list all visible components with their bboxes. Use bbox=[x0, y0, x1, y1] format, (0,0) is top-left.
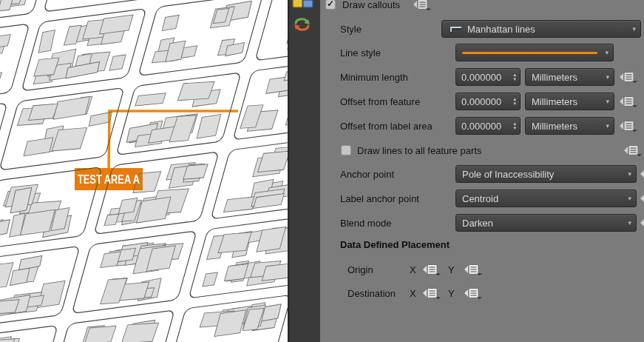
spinner-arrows[interactable]: ▴ ▾ bbox=[511, 73, 518, 81]
anchor-point-value: Pole of Inaccessibility bbox=[462, 169, 554, 180]
unit-value: Millimeters bbox=[532, 72, 577, 83]
data-defined-placement-header-row: Data Defined Placement bbox=[320, 235, 644, 254]
blend-mode-row: Blend mode Darken ▾ bbox=[320, 213, 644, 232]
draw-lines-all-parts-checkbox[interactable] bbox=[341, 145, 351, 155]
offset-from-feature-unit-combobox[interactable]: Millimeters ▾ bbox=[525, 93, 614, 110]
label-anchor-point-label: Label anchor point bbox=[340, 193, 419, 204]
callouts-tab-icon[interactable] bbox=[292, 0, 314, 10]
data-defined-override-button[interactable] bbox=[413, 0, 432, 10]
offset-from-feature-spinbox[interactable]: 0.000000 ▴ ▾ bbox=[455, 93, 521, 110]
draw-lines-all-parts-label: Draw lines to all feature parts bbox=[357, 145, 481, 156]
blend-mode-label: Blend mode bbox=[340, 218, 391, 229]
vertical-tab-strip bbox=[288, 0, 320, 342]
destination-row: Destination X Y bbox=[320, 284, 644, 303]
destination-x-data-defined-button[interactable] bbox=[422, 287, 441, 299]
manhattan-line-icon bbox=[448, 24, 463, 35]
data-defined-override-button[interactable] bbox=[640, 192, 644, 204]
map-canvas[interactable]: TEST AREA A bbox=[0, 0, 288, 342]
minimum-length-label: Minimum length bbox=[340, 72, 408, 83]
minimum-length-unit-combobox[interactable]: Millimeters ▾ bbox=[525, 68, 614, 86]
label-anchor-point-value: Centroid bbox=[462, 193, 498, 204]
chevron-down-icon: ▾ bbox=[600, 50, 609, 56]
offset-from-label-area-spinbox[interactable]: 0.000000 ▴ ▾ bbox=[455, 117, 521, 135]
chevron-down-icon: ▾ bbox=[623, 195, 631, 202]
data-defined-override-button[interactable] bbox=[623, 144, 643, 156]
data-defined-override-button[interactable] bbox=[619, 95, 638, 107]
origin-y-data-defined-button[interactable] bbox=[464, 264, 483, 275]
spin-down-icon[interactable]: ▾ bbox=[513, 77, 516, 81]
offset-from-label-area-label: Offset from label area bbox=[340, 121, 433, 132]
data-defined-override-button[interactable] bbox=[619, 71, 638, 83]
origin-x-data-defined-button[interactable] bbox=[422, 264, 441, 275]
checkmark-icon: ✓ bbox=[327, 0, 334, 8]
unit-value: Millimeters bbox=[532, 96, 577, 107]
minimum-length-row: Minimum length 0.000000 ▴ ▾ Millimeters … bbox=[320, 67, 644, 87]
blend-mode-value: Darken bbox=[462, 218, 493, 229]
style-value: Manhattan lines bbox=[467, 24, 535, 35]
origin-y-label: Y bbox=[448, 264, 455, 275]
origin-label: Origin bbox=[348, 264, 373, 275]
offset-from-feature-value: 0.000000 bbox=[461, 96, 501, 107]
anchor-point-label: Anchor point bbox=[340, 169, 394, 180]
data-defined-placement-header: Data Defined Placement bbox=[340, 239, 450, 250]
draw-callouts-checkbox[interactable]: ✓ bbox=[325, 0, 336, 10]
offset-from-label-area-row: Offset from label area 0.000000 ▴ ▾ Mill… bbox=[320, 116, 644, 135]
building bbox=[177, 81, 214, 101]
spinner-arrows[interactable]: ▴ ▾ bbox=[511, 97, 518, 106]
line-style-combobox[interactable]: ▾ bbox=[455, 44, 614, 61]
draw-callouts-row: ✓ Draw callouts bbox=[320, 0, 644, 14]
destination-y-label: Y bbox=[448, 288, 455, 299]
destination-label: Destination bbox=[348, 288, 396, 299]
qgis-callouts-settings-window: TEST AREA A ✓ Draw callouts bbox=[0, 0, 644, 342]
chevron-down-icon: ▾ bbox=[601, 123, 609, 130]
style-row: Style Manhattan lines ▾ bbox=[320, 19, 644, 38]
line-style-swatch bbox=[462, 52, 597, 54]
chevron-down-icon: ▾ bbox=[623, 220, 631, 227]
offset-from-feature-label: Offset from feature bbox=[340, 96, 420, 107]
label-anchor-point-row: Label anchor point Centroid ▾ bbox=[320, 189, 644, 208]
destination-y-data-defined-button[interactable] bbox=[464, 287, 483, 299]
label-anchor-point-combobox[interactable]: Centroid ▾ bbox=[455, 190, 637, 207]
data-defined-override-button[interactable] bbox=[640, 168, 644, 180]
draw-callouts-label: Draw callouts bbox=[342, 0, 400, 10]
building bbox=[28, 104, 58, 120]
unit-value: Millimeters bbox=[532, 121, 577, 132]
offset-from-label-area-value: 0.000000 bbox=[461, 121, 501, 132]
anchor-point-row: Anchor point Pole of Inaccessibility ▾ bbox=[320, 164, 644, 184]
iterate-arrows-icon[interactable] bbox=[292, 15, 313, 34]
draw-lines-all-parts-row: Draw lines to all feature parts bbox=[320, 141, 644, 160]
spin-down-icon[interactable]: ▾ bbox=[513, 101, 516, 106]
anchor-point-combobox[interactable]: Pole of Inaccessibility ▾ bbox=[455, 165, 637, 183]
line-style-row: Line style ▾ bbox=[320, 43, 644, 62]
map-label: TEST AREA A bbox=[78, 172, 140, 187]
spinner-arrows[interactable]: ▴ ▾ bbox=[511, 121, 518, 130]
minimum-length-spinbox[interactable]: 0.000000 ▴ ▾ bbox=[455, 68, 521, 86]
minimum-length-value: 0.000000 bbox=[461, 72, 501, 83]
origin-x-label: X bbox=[410, 264, 416, 275]
chevron-down-icon: ▾ bbox=[601, 74, 609, 81]
origin-row: Origin X Y bbox=[320, 260, 644, 279]
line-style-label: Line style bbox=[340, 47, 381, 58]
style-combobox[interactable]: Manhattan lines ▾ bbox=[441, 20, 641, 38]
chevron-down-icon: ▾ bbox=[601, 98, 609, 105]
data-defined-override-button[interactable] bbox=[640, 217, 644, 229]
destination-x-label: X bbox=[410, 288, 416, 299]
callouts-settings-panel: ✓ Draw callouts Style Manhattan lines ▾ bbox=[320, 0, 644, 342]
data-defined-override-button[interactable] bbox=[619, 120, 638, 132]
style-label: Style bbox=[340, 24, 362, 35]
chevron-down-icon: ▾ bbox=[628, 26, 636, 33]
spin-down-icon[interactable]: ▾ bbox=[513, 126, 516, 130]
blend-mode-combobox[interactable]: Darken ▾ bbox=[455, 214, 637, 232]
chevron-down-icon: ▾ bbox=[623, 171, 631, 178]
offset-from-feature-row: Offset from feature 0.000000 ▴ ▾ Millime… bbox=[320, 92, 644, 111]
offset-from-label-area-unit-combobox[interactable]: Millimeters ▾ bbox=[525, 117, 614, 135]
